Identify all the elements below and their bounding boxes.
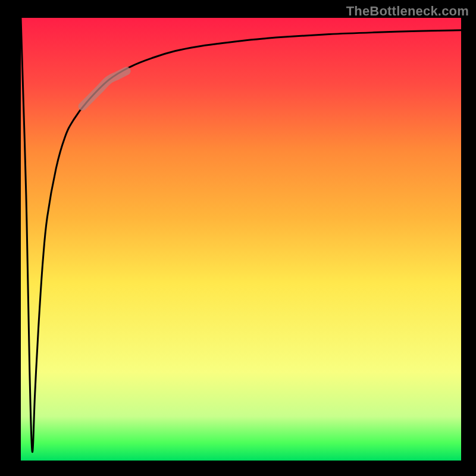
bottleneck-chart	[0, 0, 476, 476]
plot-background	[21, 18, 461, 461]
watermark-text: TheBottleneck.com	[346, 4, 469, 19]
chart-root: TheBottleneck.com	[0, 0, 476, 476]
